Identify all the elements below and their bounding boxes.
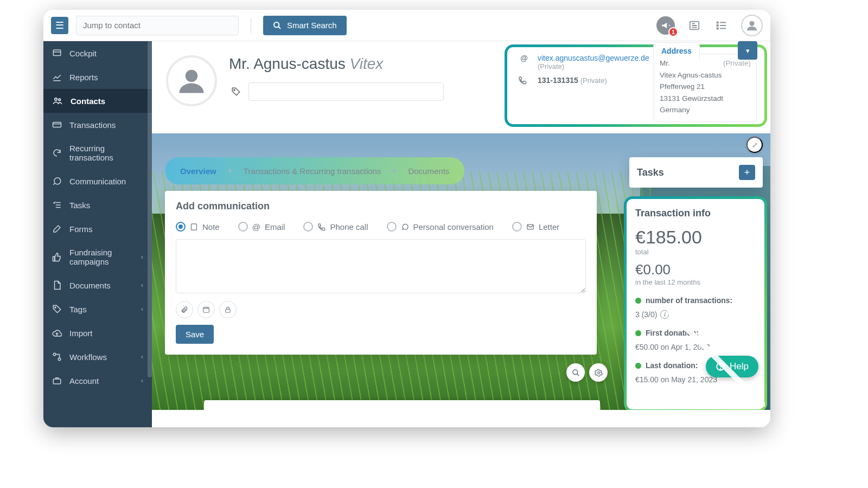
- option-letter[interactable]: Letter: [512, 222, 559, 232]
- last-donation-label: Last donation:: [646, 361, 698, 370]
- sidebar-item-fundraising[interactable]: Fundraising campaigns ‹: [43, 241, 152, 273]
- communication-type-options: Note @Email Phone call Personal conversa…: [176, 222, 586, 232]
- hero-settings-button[interactable]: [589, 363, 608, 382]
- newspaper-icon: [688, 20, 700, 31]
- salutation: Mr.: [229, 55, 250, 72]
- tab-transactions[interactable]: Transactions & Recurring transactions: [244, 166, 381, 176]
- sidebar-item-cockpit[interactable]: Cockpit: [43, 41, 152, 65]
- save-button[interactable]: Save: [176, 325, 214, 344]
- sidebar-item-communication[interactable]: Communication: [43, 169, 152, 193]
- status-dot-icon: [635, 363, 641, 369]
- refresh-icon: [52, 148, 62, 158]
- first-name: Agnus-castus: [253, 55, 346, 72]
- edit-icon: [52, 224, 62, 234]
- sidebar-item-tasks[interactable]: Tasks: [43, 193, 152, 217]
- option-email[interactable]: @Email: [238, 222, 285, 232]
- chevron-left-icon: ‹: [141, 377, 143, 384]
- sidebar-item-tags[interactable]: Tags ‹: [43, 297, 152, 321]
- count-value: 3 (3/0): [635, 310, 657, 319]
- sidebar-item-recurring[interactable]: Recurring transactions: [43, 137, 152, 169]
- jump-to-contact-input[interactable]: [76, 16, 239, 35]
- hamburger-icon: ☰: [55, 20, 64, 31]
- svg-point-10: [717, 24, 718, 26]
- sidebar-item-import[interactable]: Import: [43, 321, 152, 345]
- calendar-icon: [202, 306, 210, 313]
- announcements-button[interactable]: 1: [656, 16, 675, 35]
- address-line: 13131 Gewürzstadt: [660, 94, 723, 102]
- sidebar-label: Communication: [69, 177, 126, 186]
- chat-icon: [52, 176, 62, 186]
- address-line: Mr.: [660, 59, 670, 67]
- add-task-button[interactable]: +: [739, 165, 755, 180]
- sidebar-item-forms[interactable]: Forms: [43, 217, 152, 241]
- address-tab[interactable]: Address: [653, 42, 700, 60]
- card-icon: [52, 120, 62, 130]
- contact-tabs: Overview Transactions & Recurring transa…: [165, 157, 464, 184]
- attach-button[interactable]: [176, 301, 193, 318]
- sidebar-scrollbar[interactable]: [148, 41, 152, 377]
- option-note[interactable]: Note: [176, 222, 220, 232]
- envelope-icon: [526, 223, 534, 231]
- phone-scope: (Private): [580, 76, 607, 85]
- first-donation-label: First donation:: [646, 329, 699, 337]
- contact-email-link[interactable]: vitex.agnuscastus@gewuerze.de: [538, 54, 649, 62]
- contact-avatar[interactable]: [166, 55, 217, 106]
- last12-label: in the last 12 months: [635, 278, 756, 286]
- radio-icon: [303, 222, 313, 232]
- sidebar-item-transactions[interactable]: Transactions: [43, 113, 152, 137]
- sidebar-item-workflows[interactable]: Workflows ‹: [43, 345, 152, 369]
- file-icon: [52, 280, 62, 290]
- menu-toggle-button[interactable]: ☰: [51, 17, 68, 34]
- chevron-left-icon: ‹: [141, 353, 143, 361]
- option-phone[interactable]: Phone call: [303, 222, 368, 232]
- topbar-right: 1: [656, 15, 763, 36]
- news-button[interactable]: [687, 18, 702, 33]
- sidebar-label: Tags: [69, 305, 87, 314]
- smart-search-button[interactable]: Smart Search: [263, 16, 347, 35]
- sidebar-item-contacts[interactable]: Contacts: [43, 89, 152, 113]
- sidebar-item-reports[interactable]: Reports: [43, 65, 152, 89]
- tasks-button[interactable]: [714, 18, 729, 33]
- status-dot-icon: [635, 330, 641, 336]
- expand-button[interactable]: ⤢: [746, 137, 763, 153]
- date-button[interactable]: [197, 301, 215, 318]
- svg-point-38: [597, 371, 599, 374]
- expand-icon: ⤢: [752, 141, 758, 149]
- sidebar-label: Reports: [69, 73, 98, 82]
- sidebar-item-account[interactable]: Account ‹: [43, 369, 152, 393]
- smart-search-label: Smart Search: [287, 21, 337, 30]
- svg-point-36: [572, 369, 577, 374]
- sidebar-label: Contacts: [71, 97, 105, 106]
- tasks-icon: [52, 200, 62, 210]
- option-personal[interactable]: Personal conversation: [387, 222, 494, 232]
- option-label: Letter: [539, 222, 559, 232]
- tag-icon: [229, 85, 243, 99]
- chevron-left-icon: ‹: [141, 253, 143, 261]
- svg-point-27: [186, 70, 198, 82]
- option-label: Phone call: [330, 222, 368, 232]
- communication-textarea[interactable]: [176, 239, 586, 293]
- address-dropdown-button[interactable]: ▾: [738, 41, 757, 60]
- phone-icon: [518, 76, 530, 85]
- app-window: ☰ Smart Search 1: [43, 10, 770, 427]
- help-button[interactable]: Help: [706, 356, 758, 377]
- option-label: Note: [202, 222, 220, 232]
- main-content: Mr. Agnus-castus Vitex @: [152, 41, 770, 427]
- radio-icon: [512, 222, 522, 232]
- svg-rect-26: [53, 379, 61, 384]
- tab-overview[interactable]: Overview: [180, 166, 216, 176]
- workflow-icon: [52, 352, 62, 362]
- address-line: Vitex Agnus-castus: [660, 71, 722, 79]
- status-dot-icon: [635, 298, 641, 304]
- sidebar-item-documents[interactable]: Documents ‹: [43, 273, 152, 297]
- svg-line-1: [278, 27, 280, 29]
- info-icon[interactable]: i: [660, 310, 669, 319]
- caret-down-icon: ▾: [746, 47, 750, 55]
- tags-input[interactable]: [248, 82, 444, 101]
- lock-button[interactable]: [219, 301, 237, 318]
- user-menu-button[interactable]: [741, 15, 763, 36]
- plus-icon: +: [744, 167, 750, 178]
- hero-search-button[interactable]: [566, 363, 585, 382]
- tab-documents[interactable]: Documents: [408, 166, 449, 176]
- svg-rect-17: [53, 123, 61, 127]
